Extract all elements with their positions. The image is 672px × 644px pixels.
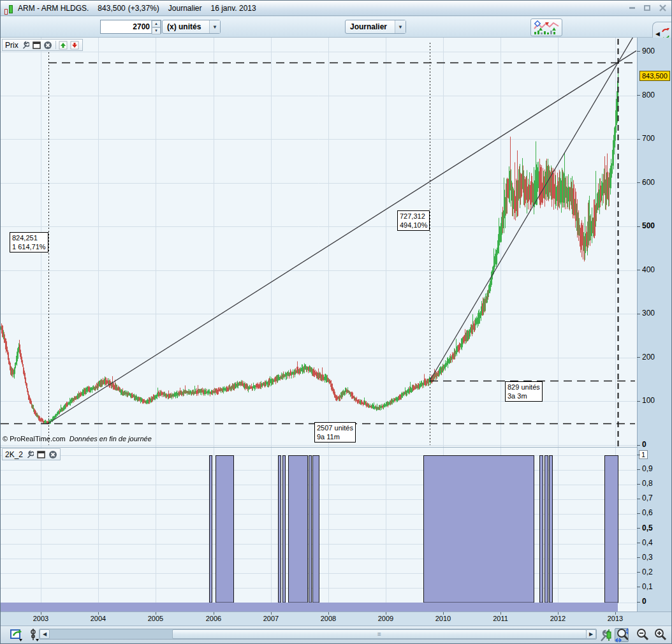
year-label: 2010 (430, 615, 456, 622)
price-tick (637, 357, 640, 358)
indicator-canvas[interactable] (1, 448, 637, 612)
indicator-tick (637, 557, 640, 558)
chart-settings-button[interactable] (599, 628, 613, 642)
quantity-stepper: ▲ ▼ (151, 20, 161, 33)
units1-annotation: 2507 unités 9a 11m (314, 422, 356, 443)
indicator-panel-toolbar: 2K_2 (2, 448, 61, 460)
year-label: 2011 (488, 615, 513, 622)
indicator-tick-label: 0,9 (642, 464, 653, 473)
measure2-annotation: 727,312 494,10% (397, 210, 430, 231)
pan-zoom-icon (615, 627, 628, 643)
main-toolbar: ▲ ▼ (x) unités ▼ Journalier ▼ (1, 17, 672, 38)
year-label: 2013 (603, 615, 628, 622)
scale-up-button[interactable] (59, 40, 68, 50)
quantity-input[interactable] (101, 20, 151, 33)
export-chart-button[interactable] (10, 628, 24, 642)
price-change: (+3,37%) (128, 4, 159, 13)
timeframe-label: Journalier (168, 4, 202, 13)
chevron-down-icon: ▼ (209, 20, 220, 33)
year-label: 2012 (545, 615, 571, 622)
close-circle-icon (43, 41, 52, 50)
grip-icon: ≡ (377, 631, 381, 638)
scrollbar-thumb[interactable]: ≡ (172, 629, 587, 639)
close-icon (659, 4, 666, 11)
indicator-top-value: 1 (639, 450, 648, 459)
indicator-tick-label: 0,5 (642, 523, 653, 532)
maximize-button[interactable] (642, 3, 652, 12)
indicator-tick (637, 602, 640, 603)
title-bar: ARM - ARM HLDGS. 843,500 (+3,37%) Journa… (1, 1, 672, 16)
indicator-tick (637, 499, 640, 499)
price-tick (637, 182, 640, 183)
measure2-percent: 494,10% (400, 221, 427, 230)
unit-select[interactable]: (x) unités ▼ (162, 20, 221, 34)
export-icon (10, 628, 24, 642)
price-panel-label: Prix (5, 41, 18, 50)
panel-window-button[interactable] (32, 40, 41, 50)
indicator-tick-label: 0,8 (642, 479, 653, 488)
prorealtime-window: ARM - ARM HLDGS. 843,500 (+3,37%) Journa… (0, 0, 672, 644)
year-label: 2008 (316, 615, 341, 622)
price-tick (637, 314, 640, 314)
stepper-up-button[interactable]: ▲ (152, 20, 161, 27)
units2-count: 829 unités (508, 383, 540, 392)
chevron-down-icon: ▼ (395, 20, 405, 33)
measure1-annotation: 824,251 1 614,71% (10, 232, 48, 252)
year-label: 2007 (258, 615, 284, 622)
scroll-right-button[interactable]: ▶ (586, 629, 596, 639)
panel-close-button[interactable] (48, 450, 57, 459)
settings-wrench-button[interactable] (25, 450, 34, 459)
last-price: 843,500 (98, 4, 125, 13)
stepper-down-button[interactable]: ▼ (152, 27, 161, 34)
last-price-tag: 843,500 (639, 71, 670, 81)
period-select[interactable]: Journalier ▼ (345, 20, 406, 34)
indicator-tick (637, 543, 640, 543)
units2-duration: 3a 3m (508, 392, 540, 400)
settings-wrench-button[interactable] (20, 40, 30, 50)
indicator-tick (637, 469, 640, 470)
measure2-value: 727,312 (400, 212, 427, 221)
wrench-candle-icon (599, 628, 613, 642)
indicator-tick (637, 528, 640, 529)
zoom-in-button[interactable] (654, 628, 668, 642)
indicator-tick-label: 0,1 (642, 582, 653, 591)
mini-chart-icon (533, 20, 560, 35)
price-tick-label: 900 (642, 47, 655, 55)
price-panel-toolbar: Prix (2, 39, 83, 51)
price-tick-label: 0 (642, 440, 646, 449)
window-icon (33, 41, 41, 49)
indicator-tick (637, 455, 640, 455)
copyright-text: © ProRealTime.com (3, 435, 66, 443)
indicator-tick-label: 0,7 (642, 494, 653, 502)
panel-close-button[interactable] (43, 40, 53, 50)
panel-window-button[interactable] (36, 450, 46, 459)
indicator-tick-label: 0,6 (642, 508, 653, 517)
period-select-value: Journalier (350, 22, 395, 31)
window-icon (37, 451, 45, 458)
chart-style-button[interactable] (530, 18, 562, 36)
zoom-out-button[interactable] (636, 628, 650, 642)
indicator-panel (1, 447, 637, 611)
close-button[interactable] (657, 3, 668, 12)
price-tick (637, 270, 640, 270)
time-scrollbar[interactable]: ◀ ≡ ▶ (39, 629, 597, 640)
price-tick-label: 800 (642, 91, 655, 99)
minimize-button[interactable] (627, 3, 637, 12)
price-tick (637, 139, 640, 140)
indicator-tick (637, 484, 640, 485)
indicator-tick (637, 513, 640, 514)
arrow-down-doc-icon (70, 41, 79, 50)
scale-down-button[interactable] (70, 40, 80, 50)
zoom-out-icon (636, 628, 650, 642)
year-label: 2006 (201, 615, 226, 622)
pan-zoom-button[interactable] (615, 628, 629, 642)
year-label: 2004 (85, 615, 111, 622)
units1-count: 2507 unités (317, 423, 353, 432)
scroll-left-button[interactable]: ◀ (40, 629, 50, 639)
units1-duration: 9a 11m (317, 432, 353, 441)
price-tick-label: 200 (642, 353, 655, 362)
measure1-percent: 1 614,71% (12, 242, 46, 251)
indicator-label: 2K_2 (5, 450, 23, 459)
year-label: 2003 (28, 615, 54, 622)
price-tick-label: 600 (642, 178, 655, 187)
